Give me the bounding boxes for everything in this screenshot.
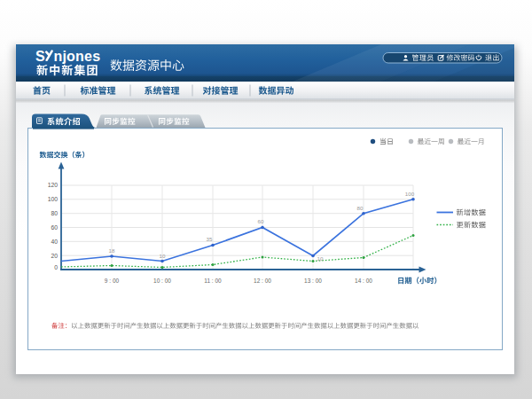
svg-text:35: 35 [207,236,213,242]
svg-text:11 : 00: 11 : 00 [204,278,222,284]
svg-text:80: 80 [51,210,58,216]
svg-text:80: 80 [357,205,364,211]
svg-text:10: 10 [317,255,324,262]
svg-text:100: 100 [405,191,415,197]
svg-text:12 : 00: 12 : 00 [254,278,271,284]
svg-text:S: S [35,49,45,64]
svg-text:9 : 00: 9 : 00 [105,278,120,284]
svg-text:10 : 00: 10 : 00 [153,278,171,284]
svg-text:60: 60 [258,218,264,224]
svg-text:100: 100 [48,196,59,202]
svg-text:njones: njones [54,49,101,64]
svg-text:0: 0 [54,264,58,270]
svg-text:120: 120 [48,182,59,188]
svg-text:10: 10 [160,253,166,259]
svg-text:40: 40 [51,239,58,245]
svg-text:60: 60 [51,224,58,231]
svg-text:14 : 00: 14 : 00 [355,278,372,284]
svg-text:13 : 00: 13 : 00 [304,278,322,284]
svg-text:18: 18 [109,247,115,254]
svg-text:20: 20 [51,253,58,259]
